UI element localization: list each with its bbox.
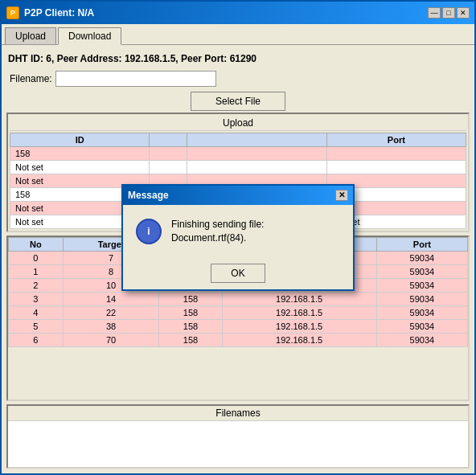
modal-title-bar: Message ✕: [123, 186, 353, 205]
modal-info-icon: i: [136, 219, 162, 244]
modal-title-text: Message: [128, 190, 169, 201]
modal-dialog: Message ✕ i Finishing sending file: Docu…: [121, 184, 355, 292]
modal-overlay: Message ✕ i Finishing sending file: Docu…: [2, 2, 474, 473]
modal-footer: OK: [123, 257, 353, 289]
modal-body: i Finishing sending file: Document.rtf(8…: [123, 205, 353, 258]
main-window: P P2P Client: N/A — □ ✕ Upload Download …: [0, 0, 476, 475]
modal-close-button[interactable]: ✕: [335, 190, 348, 201]
modal-message: Finishing sending file: Document.rtf(84)…: [171, 218, 340, 245]
ok-button[interactable]: OK: [211, 264, 265, 283]
